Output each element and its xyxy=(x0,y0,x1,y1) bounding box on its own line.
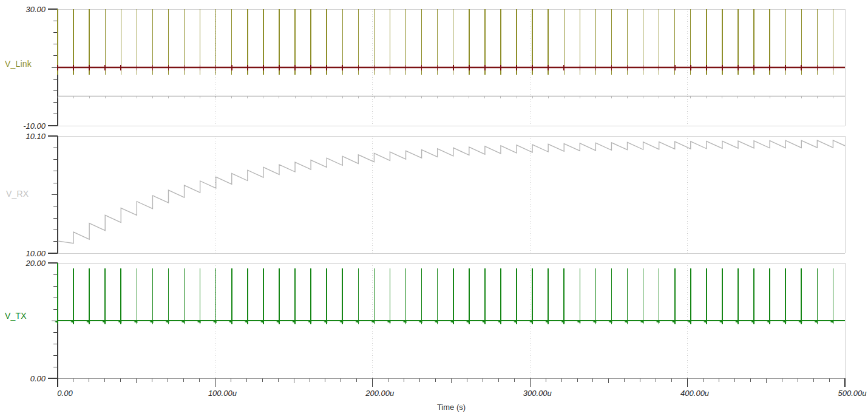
series-v-rx xyxy=(58,140,845,244)
x-axis-title: Time (s) xyxy=(58,403,845,412)
x-tick-label: 200.00u xyxy=(365,389,394,398)
plot-v_rx: 10.1010.00 xyxy=(25,132,845,258)
series-v-link xyxy=(58,9,845,75)
y-tick-label: 10.00 xyxy=(25,249,46,258)
y-tick-label: -10.00 xyxy=(23,121,46,131)
x-tick-label: 100.00u xyxy=(208,389,237,398)
x-axis: 0.00100.00u200.00u300.00u400.00u500.00u xyxy=(57,378,866,398)
series-v-tx xyxy=(55,263,845,324)
trace-label-v-rx: V_RX xyxy=(6,189,29,199)
y-tick-label: 30.00 xyxy=(25,5,46,14)
plot-v_link: 30.00-10.00 xyxy=(23,5,845,131)
x-tick-label: 400.00u xyxy=(680,389,709,398)
series-unlabeled-dark-red-trace xyxy=(58,65,845,71)
y-tick-label: 0.00 xyxy=(30,374,46,383)
x-tick-label: 0.00 xyxy=(57,389,73,398)
waveform-canvas: 30.00-10.0010.1010.0020.000.000.00100.00… xyxy=(0,0,868,419)
waveform-viewer: 30.00-10.0010.1010.0020.000.000.00100.00… xyxy=(0,0,868,419)
x-tick-label: 300.00u xyxy=(523,389,552,398)
trace-label-v-tx: V_TX xyxy=(5,311,27,321)
trace-label-v-link: V_Link xyxy=(5,59,32,69)
y-tick-label: 10.10 xyxy=(25,132,46,141)
series-unlabeled-gray-trace xyxy=(58,96,845,98)
plot-v_tx: 20.000.00 xyxy=(25,259,845,383)
x-tick-label: 500.00u xyxy=(838,389,867,398)
y-tick-label: 20.00 xyxy=(25,259,46,268)
